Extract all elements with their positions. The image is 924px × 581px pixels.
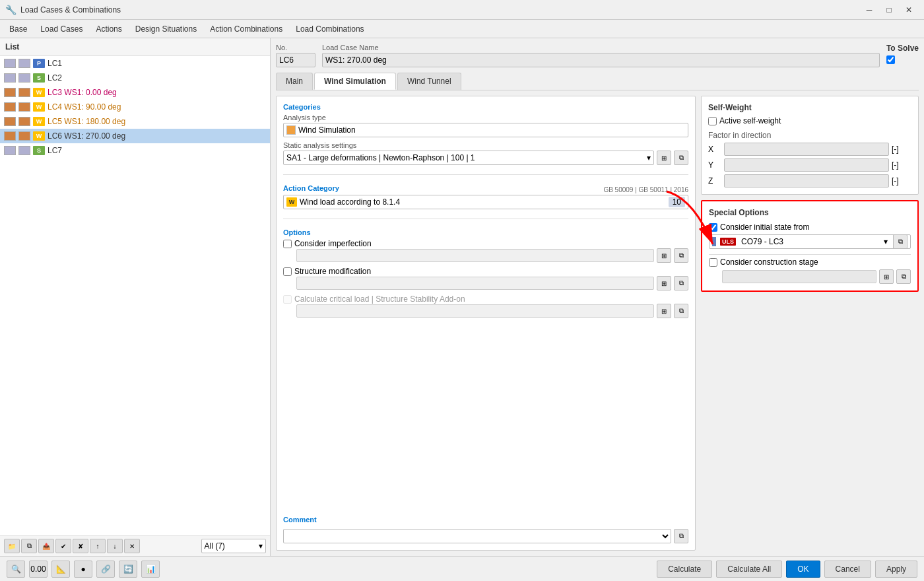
no-input[interactable]: LC6 [276, 53, 315, 67]
consider-initial-checkbox[interactable] [709, 223, 717, 232]
add-folder-button[interactable]: 📁 [4, 539, 20, 553]
search-tool-button[interactable]: 🔍 [7, 561, 25, 578]
list-item-selected[interactable]: W LC6 WS1: 270.00 deg [0, 129, 270, 143]
uls-dropdown[interactable]: ULS CO79 - LC3 ▾ ⧉ [709, 234, 911, 249]
down-button[interactable]: ↓ [107, 539, 123, 553]
no-value: LC6 [279, 55, 294, 65]
comment-section: Comment ⧉ [283, 516, 688, 543]
cl-settings-btn[interactable]: ⊞ [657, 304, 671, 318]
uncheck-button[interactable]: ✘ [73, 539, 88, 553]
menu-action-combinations[interactable]: Action Combinations [203, 22, 289, 36]
critical-load-checkbox[interactable] [283, 295, 292, 304]
static-analysis-select[interactable]: SA1 - Large deformations | Newton-Raphso… [283, 151, 654, 165]
comment-dropdown[interactable] [284, 530, 671, 543]
list-item[interactable]: S LC2 [0, 71, 270, 85]
app-icon: 🔧 [5, 5, 16, 15]
list-item[interactable]: W LC4 WS1: 90.00 deg [0, 100, 270, 114]
y-spin-input[interactable] [724, 158, 889, 172]
cs-copy-btn[interactable]: ⧉ [896, 269, 911, 284]
imperfection-checkbox[interactable] [283, 240, 292, 248]
to-solve-checkbox[interactable] [886, 55, 895, 64]
structure-mod-row: Structure modification [283, 267, 688, 276]
imp-settings-btn[interactable]: ⊞ [657, 248, 671, 263]
ok-button[interactable]: OK [786, 561, 820, 578]
menu-base[interactable]: Base [3, 22, 34, 36]
maximize-button[interactable]: □ [879, 1, 899, 19]
tab-wind-tunnel[interactable]: Wind Tunnel [397, 73, 461, 90]
name-input[interactable]: WS1: 270.00 deg [322, 53, 880, 67]
comment-input[interactable] [283, 529, 671, 543]
list-item[interactable]: S LC7 [0, 143, 270, 158]
active-self-weight-checkbox[interactable] [708, 117, 717, 125]
sm-settings-btn[interactable]: ⊞ [657, 276, 671, 290]
calculate-button[interactable]: Calculate [657, 561, 712, 578]
list-item[interactable]: W LC3 WS1: 0.00 deg [0, 85, 270, 100]
name-field-group: Load Case Name WS1: 270.00 deg [322, 44, 880, 67]
consider-construction-checkbox[interactable] [709, 258, 717, 267]
type-badge-w: W [33, 117, 45, 126]
action-cat-value: Wind load according to 8.1.4 [300, 197, 400, 207]
menu-load-combinations[interactable]: Load Combinations [289, 22, 370, 36]
uls-dropdown-arrow-icon: ▾ [884, 237, 888, 246]
copy2-button[interactable]: ⧉ [674, 151, 688, 165]
right-sidebar: Self-Weight Active self-weight Factor in… [701, 96, 919, 551]
settings-button[interactable]: ⊞ [657, 151, 671, 165]
color-indicator [4, 59, 16, 68]
structure-mod-checkbox[interactable] [283, 267, 292, 276]
calculate-all-button[interactable]: Calculate All [716, 561, 782, 578]
comment-copy-btn[interactable]: ⧉ [674, 529, 688, 543]
left-panel: List P LC1 S LC2 W LC3 WS1: 0.00 deg [0, 38, 271, 556]
angle-tool-button[interactable]: 📐 [51, 561, 70, 578]
sm-copy-btn[interactable]: ⧉ [674, 276, 688, 290]
tab-wind-simulation[interactable]: Wind Simulation [314, 73, 396, 90]
dropdown-arrow-icon: ▾ [647, 153, 651, 162]
menu-design-situations[interactable]: Design Situations [129, 22, 203, 36]
analysis-type-color [286, 125, 296, 135]
close-button[interactable]: ✕ [899, 1, 919, 19]
critical-load-input[interactable] [296, 304, 654, 318]
copy-button[interactable]: ⧉ [21, 539, 37, 553]
tab-main[interactable]: Main [276, 73, 313, 90]
apply-button[interactable]: Apply [875, 561, 917, 578]
z-spin-input[interactable] [724, 174, 889, 188]
x-axis-label: X [708, 145, 721, 154]
cancel-button[interactable]: Cancel [824, 561, 871, 578]
point-tool-button[interactable]: ● [74, 561, 92, 578]
list-item[interactable]: W LC5 WS1: 180.00 deg [0, 114, 270, 129]
type-badge-p: P [33, 59, 45, 68]
chart-tool-button[interactable]: 📊 [141, 561, 160, 578]
comment-title: Comment [283, 516, 688, 524]
construction-input[interactable] [722, 270, 876, 283]
uls-copy-btn[interactable]: ⧉ [893, 234, 908, 249]
dropdown-arrow-icon: ▾ [259, 541, 263, 551]
up-button[interactable]: ↑ [90, 539, 106, 553]
refresh-tool-button[interactable]: 🔄 [119, 561, 137, 578]
link-tool-button[interactable]: 🔗 [96, 561, 115, 578]
z-unit-label: [-] [892, 176, 911, 186]
export-button[interactable]: 📤 [38, 539, 54, 553]
divider3 [709, 254, 911, 255]
x-spin-input[interactable] [724, 143, 889, 156]
measure-tool-button[interactable]: 0.00 [29, 561, 48, 578]
type-badge-w: W [33, 131, 45, 141]
item-label: LC6 WS1: 270.00 deg [48, 131, 125, 141]
check-button[interactable]: ✔ [55, 539, 71, 553]
type-badge-s: S [33, 73, 45, 83]
imperfection-label: Consider imperfection [294, 239, 372, 248]
consider-initial-row: Consider initial state from [709, 222, 911, 232]
menu-actions[interactable]: Actions [89, 22, 128, 36]
imp-copy-btn[interactable]: ⧉ [674, 248, 688, 263]
cl-copy-btn[interactable]: ⧉ [674, 304, 688, 318]
filter-dropdown[interactable]: All (7) ▾ [201, 539, 267, 553]
delete-button[interactable]: ✕ [124, 539, 140, 553]
cs-settings-btn[interactable]: ⊞ [879, 269, 894, 284]
color-indicator2 [18, 102, 30, 112]
imperfection-input[interactable] [296, 249, 654, 262]
minimize-button[interactable]: ─ [859, 1, 879, 19]
static-analysis-row: SA1 - Large deformations | Newton-Raphso… [283, 151, 688, 165]
menu-load-cases[interactable]: Load Cases [34, 22, 89, 36]
list-item[interactable]: P LC1 [0, 56, 270, 71]
color-indicator2 [18, 73, 30, 83]
active-self-weight-label: Active self-weight [719, 116, 781, 125]
structure-mod-input[interactable] [296, 277, 654, 290]
